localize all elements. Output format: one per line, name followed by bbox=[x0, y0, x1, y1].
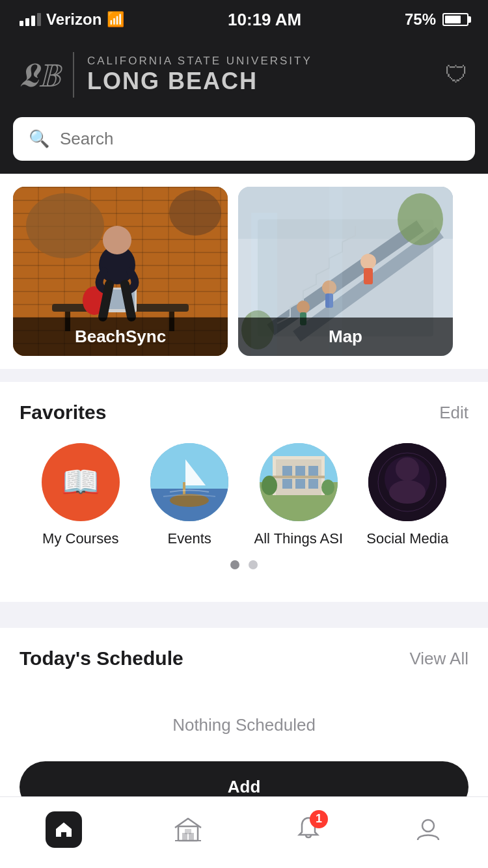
view-all-button[interactable]: View All bbox=[409, 649, 468, 669]
carrier-label: Verizon bbox=[46, 10, 102, 29]
svg-rect-47 bbox=[185, 829, 191, 834]
book-icon: 📖 bbox=[61, 464, 100, 500]
fav-item-social-media[interactable]: Social Media bbox=[359, 443, 456, 547]
fav-item-events[interactable]: Events bbox=[141, 443, 238, 547]
battery-icon bbox=[442, 13, 468, 26]
nav-item-campus[interactable] bbox=[173, 815, 203, 845]
shield-icon[interactable]: 🛡 bbox=[445, 61, 468, 88]
featured-section: BeachSync bbox=[0, 174, 488, 369]
svg-point-42 bbox=[389, 480, 426, 504]
favorites-section: Favorites Edit 📖 My Courses bbox=[0, 382, 488, 602]
svg-rect-34 bbox=[295, 479, 305, 489]
feature-card-beachsync[interactable]: BeachSync bbox=[13, 187, 228, 356]
svg-point-6 bbox=[103, 226, 131, 254]
nav-item-home[interactable] bbox=[46, 811, 82, 848]
card-label-beachsync: BeachSync bbox=[13, 318, 228, 356]
home-icon bbox=[46, 811, 82, 848]
clock: 10:19 AM bbox=[228, 10, 301, 30]
cards-scroll: BeachSync bbox=[0, 187, 488, 356]
fav-label-my-courses: My Courses bbox=[42, 530, 118, 547]
status-left: Verizon 📶 bbox=[20, 10, 124, 29]
header: 𝕷𝔹 CALIFORNIA STATE UNIVERSITY LONG BEAC… bbox=[0, 39, 488, 117]
notification-badge: 1 bbox=[310, 810, 328, 828]
edit-favorites-button[interactable]: Edit bbox=[439, 403, 468, 423]
svg-rect-31 bbox=[295, 466, 305, 476]
bottom-nav: 1 bbox=[0, 796, 488, 868]
search-container: 🔍 bbox=[0, 117, 488, 174]
fav-item-my-courses[interactable]: 📖 My Courses bbox=[32, 443, 129, 547]
svg-rect-14 bbox=[364, 268, 373, 284]
dot-2[interactable] bbox=[249, 560, 258, 569]
university-logo: 𝕷𝔹 CALIFORNIA STATE UNIVERSITY LONG BEAC… bbox=[20, 52, 312, 98]
favorites-header: Favorites Edit bbox=[20, 401, 468, 424]
svg-point-0 bbox=[26, 193, 104, 258]
feature-card-map[interactable]: Map bbox=[238, 187, 453, 356]
wifi-icon: 📶 bbox=[107, 11, 124, 28]
svg-rect-35 bbox=[308, 479, 318, 489]
fav-item-all-things-asi[interactable]: All Things ASI bbox=[250, 443, 347, 547]
fav-icon-social-media bbox=[368, 443, 446, 521]
section-divider-1 bbox=[0, 369, 488, 382]
search-input[interactable] bbox=[60, 129, 459, 149]
nav-item-profile[interactable] bbox=[414, 815, 442, 844]
profile-icon bbox=[414, 815, 442, 844]
svg-rect-30 bbox=[282, 466, 292, 476]
search-icon: 🔍 bbox=[29, 129, 49, 149]
university-title: LONG BEACH bbox=[87, 68, 312, 95]
fav-label-events: Events bbox=[168, 530, 211, 547]
schedule-title: Today's Schedule bbox=[20, 647, 183, 670]
svg-point-17 bbox=[297, 301, 310, 314]
fav-icon-my-courses: 📖 bbox=[42, 443, 120, 521]
favorites-grid: 📖 My Courses Events bbox=[20, 443, 468, 547]
svg-point-37 bbox=[262, 476, 277, 495]
section-divider-2 bbox=[0, 602, 488, 615]
logo-text: CALIFORNIA STATE UNIVERSITY LONG BEACH bbox=[87, 55, 312, 95]
page-dots bbox=[20, 547, 468, 589]
schedule-header: Today's Schedule View All bbox=[20, 647, 468, 670]
fav-label-all-things-asi: All Things ASI bbox=[254, 530, 343, 547]
fav-label-social-media: Social Media bbox=[366, 530, 448, 547]
signal-icon bbox=[20, 13, 41, 26]
svg-point-19 bbox=[398, 193, 443, 245]
empty-schedule-message: Nothing Scheduled bbox=[20, 689, 468, 755]
search-bar[interactable]: 🔍 bbox=[13, 117, 475, 161]
svg-rect-36 bbox=[273, 476, 325, 478]
campus-icon bbox=[173, 815, 203, 845]
card-label-map: Map bbox=[238, 318, 453, 356]
svg-point-49 bbox=[422, 820, 434, 832]
svg-point-1 bbox=[169, 190, 221, 236]
svg-rect-32 bbox=[308, 466, 318, 476]
university-subtitle: CALIFORNIA STATE UNIVERSITY bbox=[87, 55, 312, 68]
svg-point-41 bbox=[396, 457, 419, 481]
logo-divider bbox=[73, 52, 74, 98]
svg-rect-33 bbox=[282, 479, 292, 489]
svg-point-38 bbox=[321, 480, 334, 495]
status-bar: Verizon 📶 10:19 AM 75% bbox=[0, 0, 488, 39]
svg-point-13 bbox=[360, 254, 376, 269]
logo-symbol: 𝕷𝔹 bbox=[20, 58, 60, 92]
nav-item-notifications[interactable]: 1 bbox=[294, 814, 323, 845]
fav-icon-events bbox=[150, 443, 228, 521]
fav-icon-all-things-asi bbox=[260, 443, 338, 521]
dot-1[interactable] bbox=[230, 560, 239, 569]
status-right: 75% bbox=[405, 10, 468, 29]
favorites-title: Favorites bbox=[20, 401, 106, 424]
battery-label: 75% bbox=[405, 10, 436, 29]
